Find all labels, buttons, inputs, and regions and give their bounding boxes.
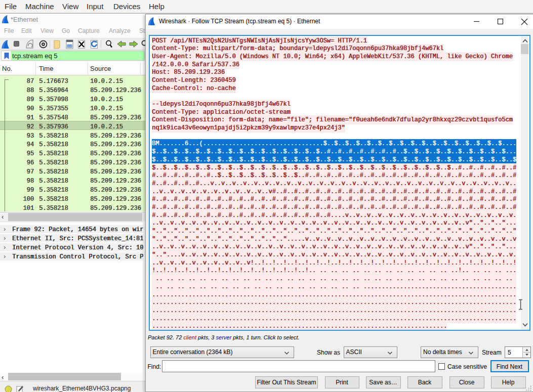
svg-text:010: 010: [67, 45, 72, 48]
